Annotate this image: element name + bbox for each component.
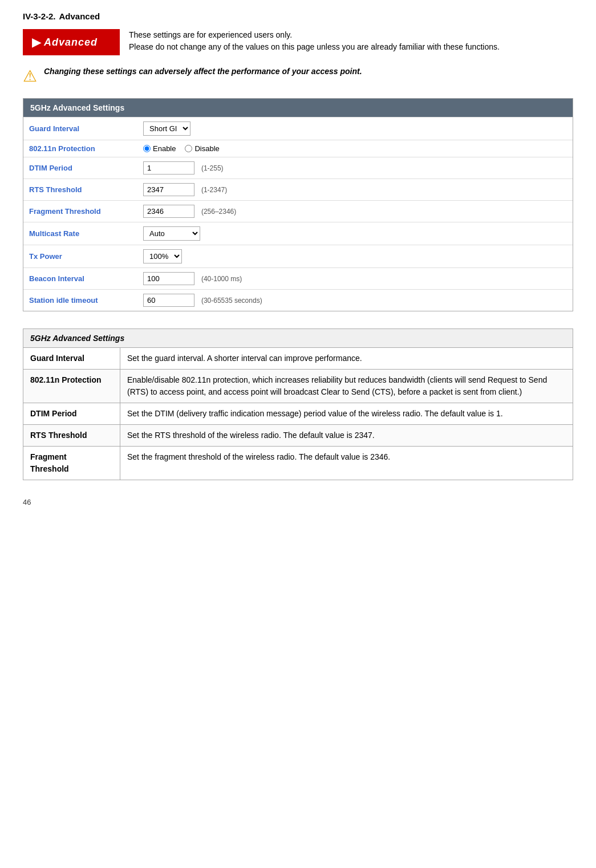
rts-hint: (1-2347) [201,186,227,194]
desc-term-guard-interval: Guard Interval [23,348,120,370]
table-row: Guard Interval Short GI Long GI Auto [23,117,573,140]
radio-disable[interactable] [185,145,192,152]
desc-table-header: 5GHz Advanced Settings [23,329,573,348]
field-control-dtim-period[interactable]: (1-255) [137,157,573,179]
advanced-banner: ▶ Advanced These settings are for experi… [23,29,573,55]
table-row: RTS Threshold Set the RTS threshold of t… [23,425,573,447]
field-control-guard-interval[interactable]: Short GI Long GI Auto [137,117,573,140]
station-idle-timeout-input[interactable] [143,294,194,307]
table-row: Tx Power 100% 75% 50% 25% [23,245,573,268]
beacon-hint: (40-1000 ms) [201,275,242,283]
radio-disable-label[interactable]: Disable [185,144,219,153]
field-control-multicast-rate[interactable]: Auto [137,222,573,245]
radio-enable-label[interactable]: Enable [143,144,176,153]
field-label-fragment-threshold: Fragment Threshold [23,201,137,222]
radio-enable[interactable] [143,145,151,152]
settings-form: 5GHz Advanced Settings Guard Interval Sh… [23,98,573,311]
warning-text: Changing these settings can adversely af… [44,66,362,78]
settings-form-header: 5GHz Advanced Settings [23,99,573,117]
field-control-rts-threshold[interactable]: (1-2347) [137,179,573,201]
table-row: Station idle timeout (30-65535 seconds) [23,290,573,311]
table-row: Guard Interval Set the guard interval. A… [23,348,573,370]
station-idle-hint: (30-65535 seconds) [201,297,262,305]
table-row: 802.11n Protection Enable/disable 802.11… [23,370,573,403]
field-label-multicast-rate: Multicast Rate [23,222,137,245]
section-title: IV-3-2-2. Advanced [23,11,573,21]
settings-table: Guard Interval Short GI Long GI Auto 802… [23,117,573,311]
fragment-hint: (256–2346) [201,208,236,216]
tx-power-select[interactable]: 100% 75% 50% 25% [143,249,182,263]
field-control-tx-power[interactable]: 100% 75% 50% 25% [137,245,573,268]
field-control-80211n-protection[interactable]: Enable Disable [137,140,573,157]
page-number: 46 [23,498,31,506]
beacon-interval-input[interactable] [143,272,194,285]
guard-interval-select[interactable]: Short GI Long GI Auto [143,121,190,136]
table-row: FragmentThreshold Set the fragment thres… [23,447,573,480]
field-label-beacon-interval: Beacon Interval [23,268,137,290]
table-row: Fragment Threshold (256–2346) [23,201,573,222]
desc-term-rts: RTS Threshold [23,425,120,447]
description-table: 5GHz Advanced Settings Guard Interval Se… [23,328,573,480]
desc-text-80211n: Enable/disable 802.11n protection, which… [120,370,573,403]
advanced-logo: ▶ Advanced [23,29,120,55]
logo-label: Advanced [44,36,98,48]
desc-term-80211n: 802.11n Protection [23,370,120,403]
table-row: DTIM Period (1-255) [23,157,573,179]
desc-term-fragment: FragmentThreshold [23,447,120,480]
table-row: Beacon Interval (40-1000 ms) [23,268,573,290]
radio-group-protection: Enable Disable [143,144,567,153]
field-label-guard-interval: Guard Interval [23,117,137,140]
dtim-period-input[interactable] [143,161,194,175]
section-number: IV-3-2-2. [23,11,56,21]
table-row: DTIM Period Set the DTIM (delivery traff… [23,403,573,425]
logo-arrow-icon: ▶ [32,35,40,49]
field-control-beacon-interval[interactable]: (40-1000 ms) [137,268,573,290]
field-label-station-idle-timeout: Station idle timeout [23,290,137,311]
desc-text-rts: Set the RTS threshold of the wireless ra… [120,425,573,447]
table-row: Multicast Rate Auto [23,222,573,245]
field-label-rts-threshold: RTS Threshold [23,179,137,201]
warning-box: ⚠ Changing these settings can adversely … [23,66,573,86]
rts-threshold-input[interactable] [143,183,194,196]
field-label-dtim-period: DTIM Period [23,157,137,179]
field-label-80211n-protection: 802.11n Protection [23,140,137,157]
field-control-station-idle-timeout[interactable]: (30-65535 seconds) [137,290,573,311]
field-control-fragment-threshold[interactable]: (256–2346) [137,201,573,222]
banner-description: These settings are for experienced users… [129,29,500,53]
table-row: RTS Threshold (1-2347) [23,179,573,201]
fragment-threshold-input[interactable] [143,205,194,218]
warning-icon: ⚠ [23,67,37,86]
page-title: Advanced [59,11,100,21]
desc-text-fragment: Set the fragment threshold of the wirele… [120,447,573,480]
field-label-tx-power: Tx Power [23,245,137,268]
desc-text-dtim: Set the DTIM (delivery traffic indicatio… [120,403,573,425]
dtim-hint: (1-255) [201,164,224,172]
desc-text-guard-interval: Set the guard interval. A shorter interv… [120,348,573,370]
multicast-rate-select[interactable]: Auto [143,226,200,241]
desc-term-dtim: DTIM Period [23,403,120,425]
table-row: 802.11n Protection Enable Disable [23,140,573,157]
